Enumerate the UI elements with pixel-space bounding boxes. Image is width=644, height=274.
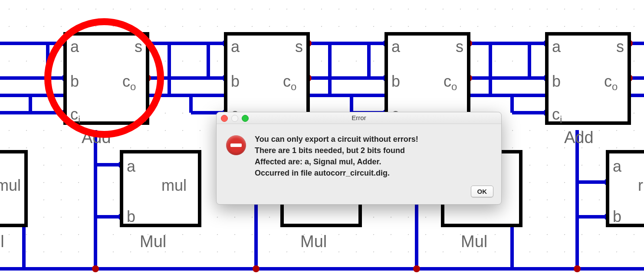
mul-label: Mul	[300, 232, 327, 251]
svg-point-56	[92, 265, 99, 272]
svg-text:a: a	[127, 157, 136, 175]
svg-text:b: b	[127, 208, 135, 225]
svg-text:s: s	[295, 38, 303, 55]
svg-text:b: b	[552, 72, 561, 90]
svg-point-57	[253, 265, 260, 272]
mul-label: Mul	[461, 232, 487, 251]
ul-label: ul	[0, 232, 4, 251]
svg-text:r: r	[638, 176, 643, 194]
close-icon[interactable]	[221, 115, 228, 122]
mul-label: Mul	[140, 232, 166, 251]
mul-block[interactable]: a b r	[608, 152, 644, 225]
svg-text:a: a	[391, 38, 401, 55]
dialog-titlebar[interactable]: Error	[217, 112, 501, 124]
port-s: s	[135, 38, 142, 55]
dialog-message: You can only export a circuit without er…	[255, 134, 418, 179]
add-label: Add	[564, 128, 594, 147]
svg-text:mul: mul	[161, 176, 187, 194]
minimize-icon	[231, 115, 238, 122]
svg-text:b: b	[613, 208, 621, 225]
svg-text:a: a	[552, 38, 561, 55]
ok-button[interactable]: OK	[471, 186, 494, 197]
error-icon	[226, 135, 246, 155]
svg-text:a: a	[613, 157, 622, 175]
svg-text:a: a	[231, 38, 240, 55]
zoom-icon[interactable]	[242, 115, 249, 122]
svg-text:b: b	[231, 72, 240, 90]
svg-point-59	[574, 265, 581, 272]
svg-text:b: b	[391, 72, 400, 90]
port-b: b	[70, 72, 79, 90]
svg-text:mul: mul	[0, 176, 21, 194]
svg-point-58	[413, 265, 420, 272]
dialog-title: Error	[352, 114, 366, 121]
svg-text:s: s	[616, 38, 624, 55]
svg-text:s: s	[456, 38, 463, 55]
error-dialog: Error You can only export a circuit with…	[216, 112, 502, 205]
port-co: c	[122, 72, 130, 90]
port-a: a	[70, 38, 79, 55]
